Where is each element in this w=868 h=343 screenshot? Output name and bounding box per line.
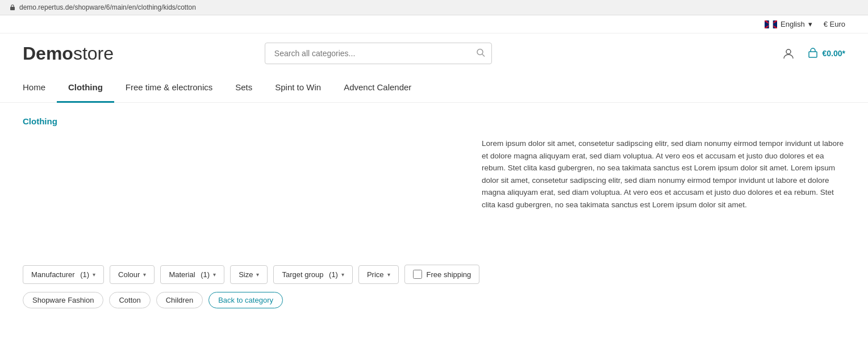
nav-item-sets[interactable]: Sets [224,73,264,103]
nav-item-advent[interactable]: Advenct Calender [332,73,423,103]
tag-back-to-category[interactable]: Back to category [208,292,283,308]
filter-material[interactable]: Material (1) ▾ [160,265,224,284]
logo[interactable]: Demostore [23,43,114,64]
currency-label: € Euro [824,20,845,28]
nav-item-spint[interactable]: Spint to Win [264,73,332,103]
free-shipping-label: Free shipping [427,270,471,279]
search-input[interactable] [265,43,492,64]
content-description: Lorem ipsum dolor sit amet, consetetur s… [482,137,845,251]
chevron-down-icon: ▾ [213,271,216,278]
search-container [265,43,492,64]
filter-price[interactable]: Price ▾ [358,265,399,284]
chevron-down-icon: ▾ [143,271,146,278]
chevron-down-icon: ▾ [256,271,259,278]
url-text: demo.repertus.de/shopware/6/main/en/clot… [19,3,196,11]
filter-colour[interactable]: Colour ▾ [110,265,155,284]
main-nav: Home Clothing Free time & electronics Se… [0,73,868,103]
logo-light: store [73,43,114,64]
filter-target-group[interactable]: Target group (1) ▾ [273,265,353,284]
language-chevron: ▾ [808,20,812,28]
account-button[interactable] [782,47,795,60]
search-icon [476,48,485,59]
tag-shopware-fashion[interactable]: Shopware Fashion [23,292,103,308]
description-text: Lorem ipsum dolor sit amet, consetetur s… [482,137,845,211]
content-area: Lorem ipsum dolor sit amet, consetetur s… [23,137,845,251]
user-icon [782,47,795,60]
svg-point-3 [786,49,791,54]
svg-point-1 [477,49,483,55]
chevron-down-icon: ▾ [93,271,95,278]
content-left [23,137,459,251]
header-actions: €0.00* [782,47,845,60]
main-content: Clothing Lorem ipsum dolor sit amet, con… [0,103,868,322]
chevron-down-icon: ▾ [341,271,344,278]
filter-manufacturer[interactable]: Manufacturer (1) ▾ [23,265,104,284]
lock-icon [9,4,16,11]
filter-free-shipping[interactable]: Free shipping [404,265,480,284]
nav-item-free-time[interactable]: Free time & electronics [114,73,224,103]
top-bar: English ▾ € Euro [0,15,868,34]
free-shipping-checkbox[interactable] [413,270,422,279]
filter-size[interactable]: Size ▾ [230,265,268,284]
filter-material-label: Material [169,270,195,279]
filter-target-group-count: (1) [327,270,338,279]
address-bar: demo.repertus.de/shopware/6/main/en/clot… [0,0,868,15]
cart-button[interactable]: €0.00* [806,47,845,60]
tag-children[interactable]: Children [156,292,203,308]
svg-line-2 [482,55,485,57]
language-label: English [781,20,805,28]
filter-target-group-label: Target group [282,270,323,279]
filter-manufacturer-label: Manufacturer [31,270,75,279]
filter-material-count: (1) [199,270,210,279]
language-selector[interactable]: English ▾ [765,20,812,28]
svg-rect-4 [809,52,817,57]
flag-icon [765,20,777,28]
chevron-down-icon: ▾ [387,271,390,278]
filters-row: Manufacturer (1) ▾ Colour ▾ Material (1)… [23,265,845,284]
tags-row: Shopware Fashion Cotton Children Back to… [23,292,845,308]
filter-price-label: Price [367,270,384,279]
cart-amount: €0.00* [822,49,845,58]
breadcrumb[interactable]: Clothing [23,116,57,126]
cart-icon [806,47,819,60]
filter-manufacturer-count: (1) [78,270,90,279]
tag-cotton[interactable]: Cotton [109,292,150,308]
nav-item-clothing[interactable]: Clothing [57,73,114,103]
header: Demostore €0.00* [0,34,868,73]
filter-size-label: Size [239,270,253,279]
logo-strong: Demo [23,43,73,64]
svg-rect-0 [10,7,15,10]
nav-item-home[interactable]: Home [23,73,57,103]
filter-colour-label: Colour [118,270,140,279]
